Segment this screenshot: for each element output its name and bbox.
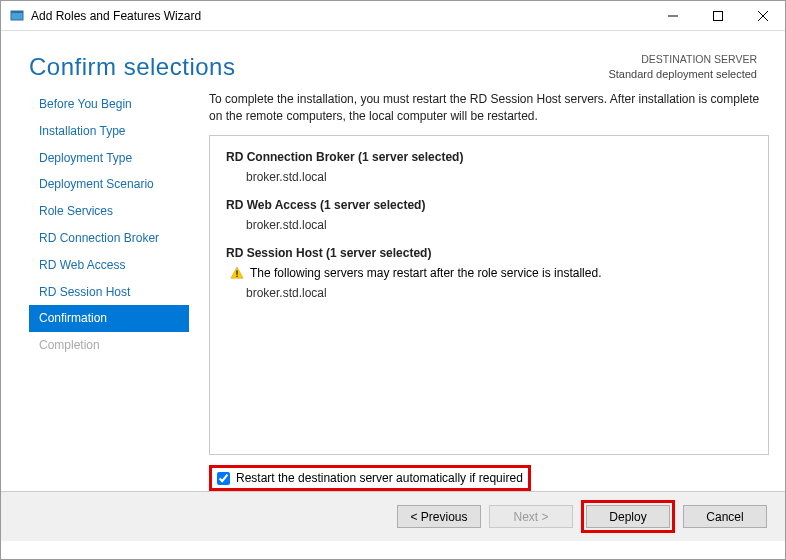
window-buttons [650,1,785,30]
destination-server-info: DESTINATION SERVER Standard deployment s… [608,53,757,81]
nav-item-rd-connection-broker[interactable]: RD Connection Broker [29,225,189,252]
role-title: RD Web Access (1 server selected) [226,198,752,212]
minimize-button[interactable] [650,1,695,30]
nav-item-before-you-begin[interactable]: Before You Begin [29,91,189,118]
nav-item-role-services[interactable]: Role Services [29,198,189,225]
svg-rect-3 [713,11,722,20]
close-button[interactable] [740,1,785,30]
role-title: RD Connection Broker (1 server selected) [226,150,752,164]
app-icon [9,8,25,24]
wizard-nav: Before You BeginInstallation TypeDeploym… [29,91,189,491]
previous-button[interactable]: < Previous [397,505,481,528]
maximize-button[interactable] [695,1,740,30]
destination-label: DESTINATION SERVER [608,53,757,67]
page-title: Confirm selections [29,53,235,81]
warning-icon [230,266,244,280]
nav-item-deployment-type[interactable]: Deployment Type [29,145,189,172]
wizard-header: Confirm selections DESTINATION SERVER St… [1,31,785,91]
role-block: RD Session Host (1 server selected)The f… [226,246,752,300]
svg-rect-8 [236,275,237,276]
instructions-text: To complete the installation, you must r… [209,91,769,125]
role-block: RD Web Access (1 server selected)broker.… [226,198,752,232]
next-button[interactable]: Next > [489,505,573,528]
nav-item-rd-web-access[interactable]: RD Web Access [29,252,189,279]
svg-rect-7 [236,270,237,274]
warning-row: The following servers may restart after … [230,266,752,280]
nav-item-completion: Completion [29,332,189,359]
main-content: To complete the installation, you must r… [209,91,769,491]
role-title: RD Session Host (1 server selected) [226,246,752,260]
restart-checkbox-wrap[interactable]: Restart the destination server automatic… [209,465,531,491]
nav-item-rd-session-host[interactable]: RD Session Host [29,279,189,306]
title-bar: Add Roles and Features Wizard [1,1,785,31]
confirmation-panel: RD Connection Broker (1 server selected)… [209,135,769,455]
server-name: broker.std.local [246,218,752,232]
nav-item-installation-type[interactable]: Installation Type [29,118,189,145]
nav-item-confirmation[interactable]: Confirmation [29,305,189,332]
deploy-highlight: Deploy [581,500,675,533]
restart-checkbox-label: Restart the destination server automatic… [236,471,523,485]
cancel-button[interactable]: Cancel [683,505,767,528]
restart-checkbox[interactable] [217,472,230,485]
role-block: RD Connection Broker (1 server selected)… [226,150,752,184]
window-title: Add Roles and Features Wizard [31,9,650,23]
destination-value: Standard deployment selected [608,67,757,81]
nav-item-deployment-scenario[interactable]: Deployment Scenario [29,171,189,198]
svg-rect-1 [11,11,23,13]
wizard-footer: < Previous Next > Deploy Cancel [1,491,785,541]
warning-text: The following servers may restart after … [250,266,601,280]
wizard-body: Before You BeginInstallation TypeDeploym… [1,91,785,491]
server-name: broker.std.local [246,170,752,184]
deploy-button[interactable]: Deploy [586,505,670,528]
server-name: broker.std.local [246,286,752,300]
